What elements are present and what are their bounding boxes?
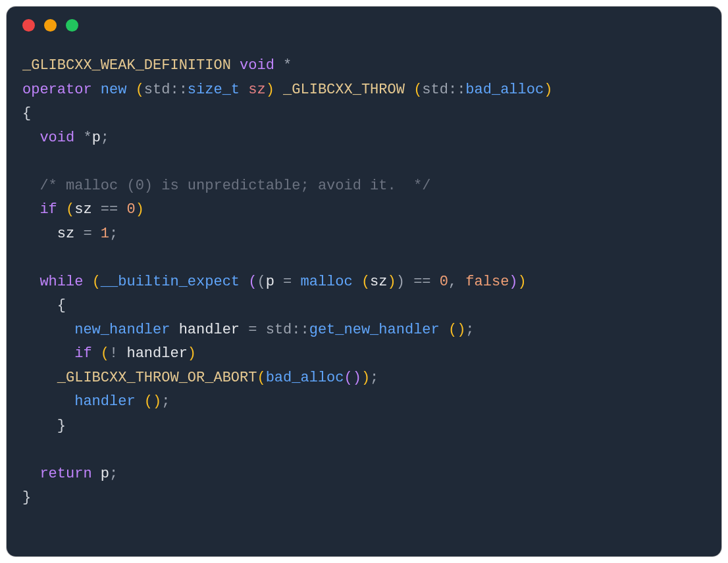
token-paren: ) bbox=[544, 82, 552, 98]
token-keyword: operator bbox=[22, 82, 92, 98]
token-punc: , bbox=[448, 274, 457, 290]
token-func: __builtin_expect bbox=[101, 274, 240, 290]
token-paren: ( bbox=[448, 322, 457, 338]
token-paren: ) bbox=[509, 274, 517, 290]
token-number: 1 bbox=[101, 226, 109, 242]
token-paren: ) bbox=[388, 274, 396, 290]
token-type: size_t bbox=[188, 82, 240, 98]
token-comment: /* malloc (0) is unpredictable; avoid it… bbox=[39, 178, 430, 194]
token-brace: { bbox=[57, 297, 66, 314]
token-op: * bbox=[83, 130, 91, 146]
token-keyword: while bbox=[39, 274, 83, 290]
token-paren: ) bbox=[396, 274, 405, 290]
token-paren: ( bbox=[413, 82, 422, 98]
token-var: p bbox=[266, 274, 274, 290]
token-macro: _GLIBCXX_THROW bbox=[283, 82, 405, 98]
token-func: get_new_handler bbox=[309, 322, 440, 338]
close-icon[interactable] bbox=[22, 19, 35, 32]
token-brace: } bbox=[57, 418, 66, 434]
token-paren: ( bbox=[344, 370, 353, 386]
token-keyword: void bbox=[39, 130, 74, 146]
token-number: 0 bbox=[126, 201, 135, 218]
token-type: bad_alloc bbox=[465, 82, 544, 98]
token-macro: _GLIBCXX_THROW_OR_ABORT bbox=[57, 370, 257, 386]
token-number: 0 bbox=[440, 274, 448, 290]
titlebar bbox=[7, 7, 721, 43]
token-keyword: if bbox=[39, 201, 57, 218]
token-op: = bbox=[283, 274, 292, 290]
token-punc: ; bbox=[109, 226, 118, 242]
token-ns: std bbox=[422, 82, 448, 98]
zoom-icon[interactable] bbox=[66, 19, 78, 32]
token-paren: ) bbox=[153, 393, 161, 410]
token-func: malloc bbox=[300, 274, 352, 290]
token-var: handler bbox=[126, 345, 187, 362]
token-ns: std bbox=[266, 322, 292, 338]
token-param: sz bbox=[248, 82, 265, 98]
token-paren: ( bbox=[257, 274, 265, 290]
token-var: p bbox=[101, 466, 109, 482]
token-paren: ) bbox=[518, 274, 527, 290]
token-paren: ) bbox=[188, 345, 196, 362]
token-punc: ; bbox=[161, 393, 170, 410]
token-op: = bbox=[83, 226, 91, 242]
token-bool: false bbox=[465, 274, 509, 290]
token-op: = bbox=[248, 322, 257, 338]
token-punc: :: bbox=[448, 82, 465, 98]
token-paren: ) bbox=[361, 370, 370, 386]
token-paren: ( bbox=[257, 370, 265, 386]
token-punc: ; bbox=[101, 130, 109, 146]
token-op: == bbox=[413, 274, 430, 290]
token-var: sz bbox=[57, 226, 74, 242]
token-paren: ( bbox=[66, 201, 74, 218]
token-paren: ( bbox=[248, 274, 257, 290]
token-paren: ( bbox=[101, 345, 109, 362]
token-paren: ) bbox=[266, 82, 274, 98]
token-paren: ) bbox=[353, 370, 361, 386]
token-func: new bbox=[101, 82, 127, 98]
token-func: bad_alloc bbox=[266, 370, 344, 386]
token-paren: ( bbox=[92, 274, 101, 290]
token-punc: ; bbox=[465, 322, 474, 338]
token-keyword: if bbox=[74, 345, 91, 362]
token-type: new_handler bbox=[74, 322, 170, 338]
token-var: p bbox=[92, 130, 101, 146]
token-var: sz bbox=[370, 274, 387, 290]
token-ns: std bbox=[144, 82, 170, 98]
token-paren: ( bbox=[361, 274, 370, 290]
token-paren: ) bbox=[136, 201, 144, 218]
token-keyword: void bbox=[240, 57, 274, 74]
token-paren: ( bbox=[144, 393, 153, 410]
token-var: sz bbox=[74, 201, 91, 218]
token-punc: :: bbox=[170, 82, 187, 98]
token-func: handler bbox=[74, 393, 135, 410]
token-paren: ) bbox=[457, 322, 465, 338]
token-punc: ; bbox=[370, 370, 378, 386]
token-brace: { bbox=[22, 105, 31, 122]
token-op: * bbox=[283, 57, 292, 74]
token-op: ! bbox=[109, 345, 118, 362]
minimize-icon[interactable] bbox=[44, 19, 57, 32]
token-op: == bbox=[101, 201, 118, 218]
token-var: handler bbox=[179, 322, 240, 338]
token-punc: ; bbox=[109, 466, 118, 482]
token-paren: ( bbox=[136, 82, 144, 98]
code-window: _GLIBCXX_WEAK_DEFINITION void * operator… bbox=[7, 7, 721, 556]
code-content[interactable]: _GLIBCXX_WEAK_DEFINITION void * operator… bbox=[7, 43, 721, 526]
token-macro: _GLIBCXX_WEAK_DEFINITION bbox=[22, 57, 231, 74]
token-punc: :: bbox=[292, 322, 309, 338]
token-keyword: return bbox=[39, 466, 91, 482]
token-brace: } bbox=[22, 489, 31, 506]
